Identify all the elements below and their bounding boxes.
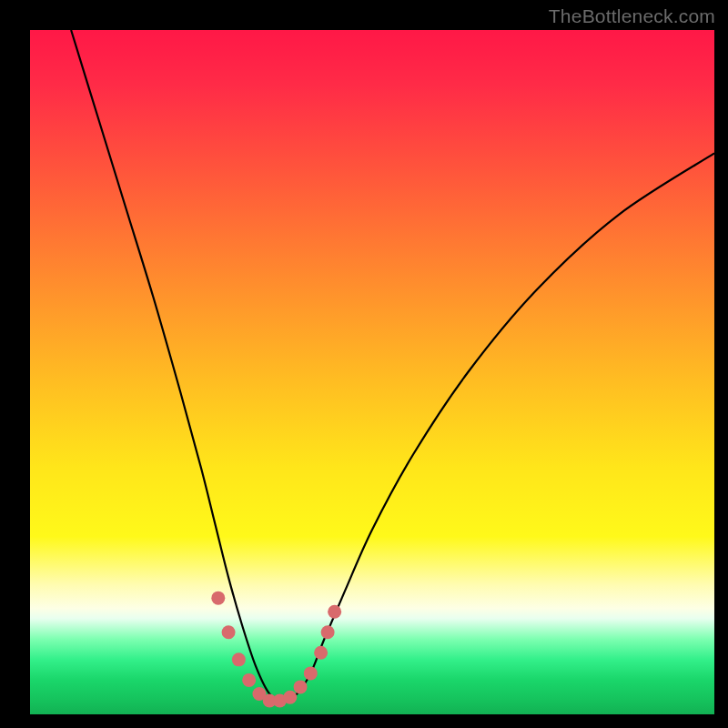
bottleneck-curve (71, 30, 714, 701)
highlight-dot (304, 666, 318, 680)
chart-svg (30, 30, 714, 714)
watermark-text: TheBottleneck.com (549, 5, 715, 27)
highlight-dot (294, 680, 308, 693)
outer-frame: TheBottleneck.com (0, 0, 728, 728)
highlight-dot (328, 605, 341, 619)
highlight-dot (222, 625, 236, 639)
highlight-dot (283, 691, 297, 704)
highlight-dot (314, 646, 328, 660)
highlight-dot (242, 673, 256, 687)
highlight-dot (321, 625, 335, 639)
highlight-dots-group (211, 592, 341, 708)
highlight-dot (211, 592, 225, 605)
highlight-dot (232, 652, 246, 666)
